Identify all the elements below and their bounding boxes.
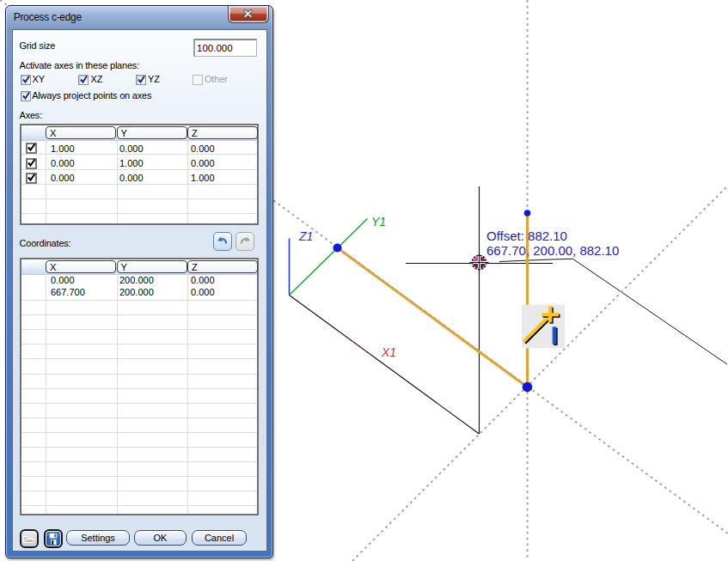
svg-text:Y1: Y1: [371, 215, 386, 229]
svg-text:Z1: Z1: [298, 229, 313, 243]
svg-text:Offset: 882.10: Offset: 882.10: [486, 229, 567, 243]
svg-text:667.70, 200.00, 882.10: 667.70, 200.00, 882.10: [486, 243, 619, 258]
svg-text:X1: X1: [381, 345, 396, 359]
